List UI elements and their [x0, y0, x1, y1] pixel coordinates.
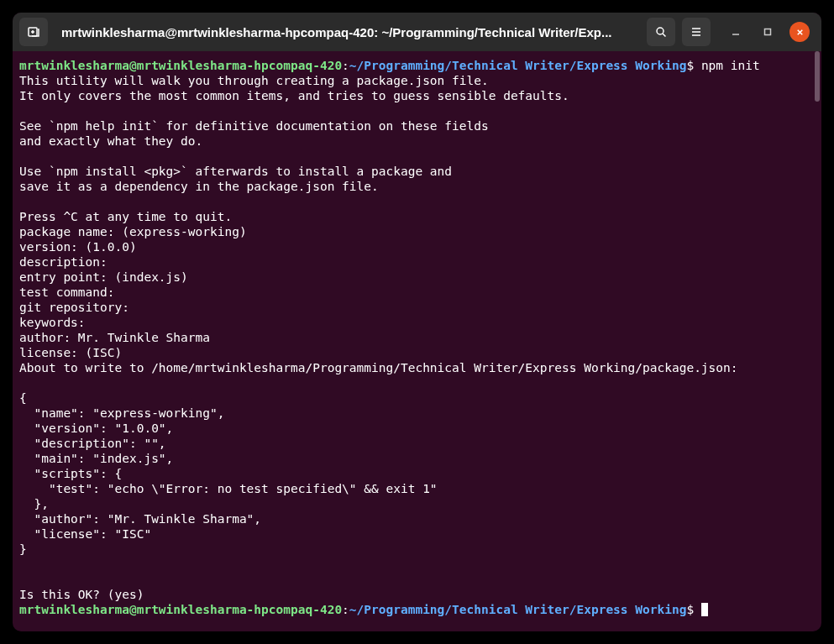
titlebar: mrtwinklesharma@mrtwinklesharma-hpcompaq…	[13, 13, 821, 51]
menu-button[interactable]	[682, 18, 711, 46]
output-line: },	[19, 497, 49, 510]
prompt-path: ~/Programming/Technical Writer/Express W…	[349, 59, 687, 72]
output-line: It only covers the most common items, an…	[19, 89, 569, 102]
new-tab-icon	[27, 25, 40, 39]
output-line: Is this OK? (yes)	[19, 588, 151, 601]
scrollbar-thumb[interactable]	[815, 51, 820, 102]
close-icon	[795, 28, 805, 37]
prompt-user: mrtwinklesharma@mrtwinklesharma-hpcompaq…	[19, 603, 342, 616]
output-line: This utility will walk you through creat…	[19, 74, 489, 87]
command-text: npm init	[694, 59, 760, 72]
output-line: {	[19, 391, 27, 405]
prompt-dollar: $	[686, 603, 700, 616]
output-line: "main": "index.js",	[19, 452, 173, 465]
output-line: About to write to /home/mrtwinklesharma/…	[19, 361, 738, 374]
window-controls	[726, 22, 815, 42]
maximize-button[interactable]	[758, 22, 778, 42]
terminal-content[interactable]: mrtwinklesharma@mrtwinklesharma-hpcompaq…	[13, 51, 821, 631]
output-line: description:	[19, 255, 115, 269]
output-line: "description": "",	[19, 437, 166, 450]
output-line: keywords:	[19, 316, 92, 329]
cursor	[701, 603, 708, 616]
prompt-path: ~/Programming/Technical Writer/Express W…	[349, 603, 687, 616]
window-title: mrtwinklesharma@mrtwinklesharma-hpcompaq…	[55, 25, 640, 39]
search-button[interactable]	[647, 18, 675, 46]
output-line: license: (ISC)	[19, 346, 129, 359]
output-line: test command:	[19, 285, 122, 299]
output-line: "license": "ISC"	[19, 527, 151, 541]
close-button[interactable]	[789, 22, 810, 42]
hamburger-icon	[690, 25, 703, 39]
prompt-colon: :	[342, 603, 349, 616]
output-line: save it as a dependency in the package.j…	[19, 180, 379, 193]
output-line: "name": "express-working",	[19, 406, 224, 420]
output-line: git repository:	[19, 301, 137, 314]
output-line: Use `npm install <pkg>` afterwards to in…	[19, 165, 452, 178]
output-line: package name: (express-working)	[19, 225, 254, 238]
output-line: "test": "echo \"Error: no test specified…	[19, 482, 438, 495]
minimize-button[interactable]	[726, 22, 746, 42]
output-line: "version": "1.0.0",	[19, 421, 173, 435]
prompt-colon: :	[342, 59, 349, 72]
prompt-user: mrtwinklesharma@mrtwinklesharma-hpcompaq…	[19, 59, 342, 72]
search-icon	[654, 25, 668, 39]
output-line: See `npm help init` for definitive docum…	[19, 119, 489, 133]
output-line: }	[19, 542, 27, 556]
output-line: and exactly what they do.	[19, 134, 202, 148]
output-line: Press ^C at any time to quit.	[19, 210, 232, 223]
output-line: author: Mr. Twinkle Sharma	[19, 331, 210, 344]
terminal-window: mrtwinklesharma@mrtwinklesharma-hpcompaq…	[13, 13, 821, 631]
output-line: version: (1.0.0)	[19, 240, 144, 254]
svg-point-1	[657, 28, 664, 34]
new-tab-button[interactable]	[19, 18, 48, 46]
minimize-icon	[731, 27, 741, 37]
output-line: "scripts": {	[19, 467, 122, 480]
maximize-icon	[763, 27, 773, 37]
output-line: "author": "Mr. Twinkle Sharma",	[19, 512, 261, 526]
prompt-dollar: $	[686, 59, 694, 72]
scrollbar[interactable]	[813, 51, 821, 631]
svg-rect-2	[765, 29, 771, 35]
output-line: entry point: (index.js)	[19, 270, 196, 284]
